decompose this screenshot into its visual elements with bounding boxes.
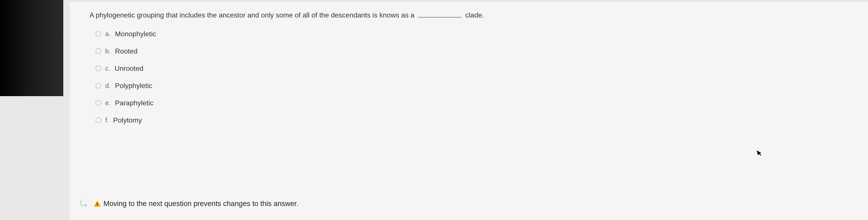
option-text: Unrooted <box>115 64 143 73</box>
option-letter: b. <box>105 48 111 55</box>
option-letter: d. <box>105 82 111 89</box>
warning-triangle-icon <box>94 200 101 207</box>
option-text: Monophyletic <box>115 30 156 38</box>
radio-button-d[interactable] <box>96 83 101 88</box>
option-text: Rooted <box>115 47 137 55</box>
radio-button-f[interactable] <box>96 117 101 123</box>
option-text: Polytomy <box>113 116 142 124</box>
fill-blank-line <box>418 10 462 18</box>
nav-arrow-icon <box>79 198 90 209</box>
radio-button-a[interactable] <box>96 31 101 37</box>
option-letter: f. <box>105 116 109 124</box>
warning-message: Moving to the next question prevents cha… <box>103 199 298 208</box>
question-text-after: clade. <box>465 11 484 19</box>
mouse-cursor-icon <box>756 148 765 160</box>
warning-bar: Moving to the next question prevents cha… <box>79 198 298 209</box>
left-sidebar-dark <box>0 0 63 96</box>
option-text: Paraphyletic <box>115 99 153 107</box>
radio-button-e[interactable] <box>96 100 101 106</box>
option-row-e[interactable]: e. Paraphyletic <box>96 99 848 107</box>
option-row-d[interactable]: d. Polyphyletic <box>96 82 848 90</box>
option-row-b[interactable]: b. Rooted <box>96 47 848 55</box>
radio-button-c[interactable] <box>96 65 101 71</box>
option-row-c[interactable]: c. Unrooted <box>96 64 848 73</box>
option-row-f[interactable]: f. Polytomy <box>96 116 848 124</box>
option-text: Polyphyletic <box>115 82 152 90</box>
option-letter: a. <box>105 30 111 37</box>
question-text-before: A phylogenetic grouping that includes th… <box>90 11 414 19</box>
option-row-a[interactable]: a. Monophyletic <box>96 30 848 38</box>
answer-options-list: a. Monophyletic b. Rooted c. Unrooted d.… <box>90 30 848 124</box>
option-letter: c. <box>105 65 110 72</box>
option-letter: e. <box>105 99 111 107</box>
question-prompt: A phylogenetic grouping that includes th… <box>90 10 848 20</box>
question-panel: A phylogenetic grouping that includes th… <box>70 1 868 220</box>
radio-button-b[interactable] <box>96 48 101 54</box>
